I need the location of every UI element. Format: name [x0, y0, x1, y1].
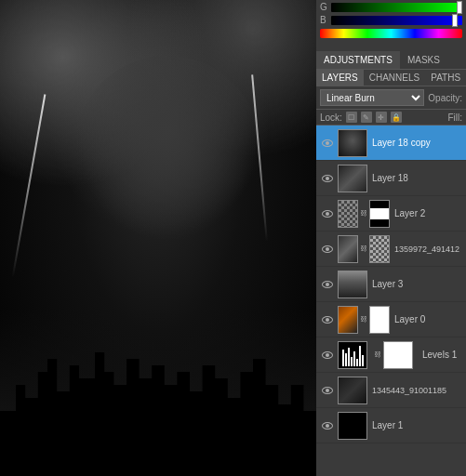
layer-thumb-levels1-mask: [383, 341, 413, 369]
eye-icon-layer2[interactable]: [320, 206, 335, 221]
layer-thumb-layer2-main: [338, 200, 358, 228]
canvas-image: [0, 0, 316, 476]
color-spectrum-bar: [320, 29, 462, 38]
layer-name-1359972: 1359972_491412: [394, 245, 462, 254]
opacity-label: Opacity:: [428, 93, 462, 103]
link-icon-levels1: ⛓: [374, 341, 381, 369]
b-label: B: [320, 15, 331, 25]
eye-icon-levels1[interactable]: [320, 348, 335, 363]
g-gradient-bar[interactable]: [331, 3, 462, 12]
link-icon-1359972: ⛓: [360, 235, 367, 263]
b-slider-thumb[interactable]: [452, 14, 458, 27]
tab-channels[interactable]: CHANNELS: [364, 70, 425, 86]
layer-thumb-layer0-main: [338, 306, 358, 334]
layer-thumb-layer3: [338, 271, 367, 298]
layer-thumb-layer18: [338, 165, 367, 192]
g-label: G: [320, 2, 331, 12]
eye-icon-layer18[interactable]: [320, 171, 335, 186]
layer-thumb-layer0-mask: [369, 306, 390, 334]
g-slider-thumb[interactable]: [457, 1, 462, 14]
layers-list[interactable]: Layer 18 copy Layer 18 ⛓ Layer 2: [316, 126, 466, 476]
layer-name-layer18: Layer 18: [372, 173, 462, 183]
layer-row-layer3[interactable]: Layer 3: [316, 267, 466, 302]
b-channel-row: B: [320, 15, 462, 25]
blend-mode-select[interactable]: Linear Burn Normal Multiply Screen: [320, 89, 424, 106]
layer-row-layer18[interactable]: Layer 18: [316, 161, 466, 196]
layer-name-1345443: 1345443_91001185: [372, 386, 462, 395]
layer-row-layer18copy[interactable]: Layer 18 copy: [316, 126, 466, 161]
layer-name-layer18copy: Layer 18 copy: [372, 138, 462, 148]
fill-label: Fill:: [447, 112, 462, 123]
eye-icon-layer0[interactable]: [320, 312, 335, 327]
eye-icon-layer3[interactable]: [320, 277, 335, 292]
layer-tabs: LAYERS CHANNELS PATHS: [316, 70, 466, 86]
eye-icon-1345443[interactable]: [320, 383, 335, 398]
eye-icon-layer1[interactable]: [320, 418, 335, 433]
levels1-thumb-group: ⛓: [338, 341, 418, 369]
layer-double-thumb-layer0: ⛓: [338, 306, 390, 334]
layer-thumb-1345443: [338, 377, 367, 404]
lock-pixels-icon[interactable]: ✎: [361, 112, 372, 123]
layer-name-levels1: Levels 1: [422, 350, 462, 360]
eye-icon-1359972[interactable]: [320, 242, 335, 257]
layer-row-levels1[interactable]: ⛓ Levels 1: [316, 337, 466, 373]
layer-name-layer2: Layer 2: [394, 208, 462, 218]
lock-row: Lock: ☐ ✎ ✛ 🔒 Fill:: [316, 110, 466, 126]
tab-adjustments[interactable]: ADJUSTMENTS: [316, 51, 400, 69]
eye-icon-layer18copy[interactable]: [320, 136, 335, 151]
layer-row-layer0[interactable]: ⛓ Layer 0: [316, 302, 466, 337]
b-gradient-bar[interactable]: [331, 16, 462, 25]
layer-row-1345443[interactable]: 1345443_91001185: [316, 373, 466, 408]
layer-row-layer2[interactable]: ⛓ Layer 2: [316, 196, 466, 231]
tab-paths[interactable]: PATHS: [425, 70, 466, 86]
blend-mode-row: Linear Burn Normal Multiply Screen Opaci…: [316, 86, 466, 110]
layer-thumb-levels1-main: [338, 341, 367, 369]
layer-thumb-layer2-mask: [369, 200, 390, 228]
canvas-face: [74, 56, 260, 242]
lock-transparent-icon[interactable]: ☐: [346, 112, 357, 123]
lock-all-icon[interactable]: 🔒: [391, 112, 402, 123]
lock-label: Lock:: [320, 112, 342, 123]
layer-thumb-1359972-main: [338, 235, 358, 263]
right-panel: G B ADJUSTMENTS MASKS LAYERS CHANNELS PA…: [316, 0, 466, 476]
color-area: G B: [316, 0, 466, 51]
adj-masks-tabs: ADJUSTMENTS MASKS: [316, 51, 466, 70]
link-icon-layer0: ⛓: [360, 306, 367, 334]
layer-name-layer1: Layer 1: [372, 420, 462, 430]
layer-row-layer1[interactable]: Layer 1: [316, 408, 466, 443]
lock-position-icon[interactable]: ✛: [376, 112, 387, 123]
layer-thumb-layer1: [338, 412, 367, 440]
layer-thumb-1359972-mask: [369, 235, 390, 263]
layer-thumb-layer18copy: [338, 129, 367, 157]
layer-row-1359972[interactable]: ⛓ 1359972_491412: [316, 231, 466, 267]
layer-double-thumb-layer2: ⛓: [338, 200, 390, 228]
tab-layers[interactable]: LAYERS: [316, 70, 364, 86]
layer-name-layer3: Layer 3: [372, 279, 462, 289]
link-icon-layer2: ⛓: [360, 200, 367, 228]
g-channel-row: G: [320, 2, 462, 12]
layer-name-layer0: Layer 0: [394, 314, 462, 324]
layer-double-thumb-1359972: ⛓: [338, 235, 390, 263]
tab-masks[interactable]: MASKS: [400, 51, 447, 69]
canvas-area: [0, 0, 316, 476]
